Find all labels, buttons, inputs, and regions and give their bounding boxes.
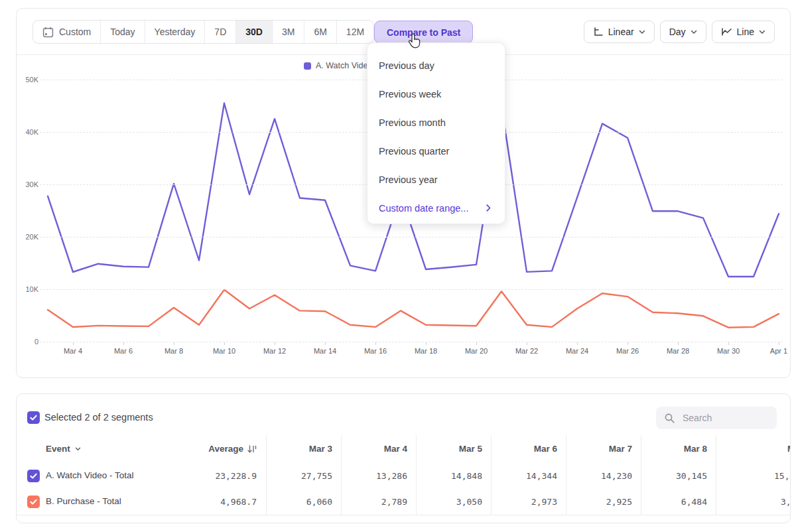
- menu-item-previous-month[interactable]: Previous month: [367, 108, 505, 137]
- scale-dropdown-button[interactable]: Linear: [584, 21, 655, 43]
- chevron-down-icon: [759, 30, 765, 34]
- cell-value: 30,145: [647, 471, 707, 481]
- menu-item-previous-year[interactable]: Previous year: [367, 165, 505, 194]
- cell-value: 14,230: [572, 471, 632, 481]
- cell-value: 14,344: [498, 471, 557, 481]
- axis-scale-icon: [593, 27, 604, 37]
- cell-value: 6,484: [647, 497, 707, 507]
- cell-value: 13,286: [348, 471, 407, 481]
- compare-to-past-button[interactable]: Compare to Past: [374, 21, 473, 44]
- date-column-header[interactable]: Mar 7: [572, 444, 632, 454]
- date-range-7d[interactable]: 7D: [204, 21, 235, 43]
- date-column-header[interactable]: Mar 3: [273, 444, 332, 454]
- table-row: A. Watch Video - Total23,228.927,75513,2…: [17, 463, 790, 489]
- chevron-down-icon: [639, 30, 645, 34]
- cell-value: 3,050: [423, 497, 482, 507]
- date-range-custom[interactable]: Custom: [33, 21, 100, 43]
- event-column-header[interactable]: Event: [46, 444, 81, 454]
- clipped-cell-value: 15,: [774, 471, 791, 481]
- chevron-right-icon: [486, 204, 491, 212]
- date-range-today[interactable]: Today: [100, 21, 144, 43]
- row-checkbox[interactable]: [27, 496, 40, 508]
- row-checkbox[interactable]: [27, 470, 40, 482]
- clipped-cell-value: 3,: [781, 497, 791, 507]
- cell-value: 2,789: [348, 497, 407, 507]
- average-value: 23,228.9: [177, 471, 257, 481]
- date-range-30d[interactable]: 30D: [235, 21, 272, 43]
- table-row: B. Purchase - Total4,968.76,0602,7893,05…: [17, 489, 790, 515]
- date-column-header[interactable]: Mar 4: [348, 444, 407, 454]
- date-column-header[interactable]: Mar 6: [498, 444, 557, 454]
- clipped-column-header: M: [787, 444, 791, 454]
- chart-type-label: Line: [737, 27, 754, 37]
- interval-dropdown-button[interactable]: Day: [660, 21, 706, 43]
- line-chart-icon: [721, 27, 732, 37]
- row-label: B. Purchase - Total: [46, 496, 121, 506]
- scale-label: Linear: [608, 27, 634, 37]
- date-column-header[interactable]: Mar 5: [423, 444, 482, 454]
- segments-table: Event Average M Mar 3Mar 4Mar 5Mar 6Mar …: [17, 394, 790, 523]
- date-range-12m[interactable]: 12M: [336, 21, 373, 43]
- cell-value: 14,848: [423, 471, 482, 481]
- chart-type-dropdown-button[interactable]: Line: [712, 21, 775, 43]
- cell-value: 2,925: [572, 497, 632, 507]
- date-range-picker: CustomTodayYesterday7D30D3M6M12M: [33, 20, 374, 44]
- cell-value: 6,060: [273, 497, 332, 507]
- menu-item-previous-quarter[interactable]: Previous quarter: [367, 137, 505, 165]
- analytics-dashboard: CustomTodayYesterday7D30D3M6M12M Compare…: [0, 0, 796, 532]
- menu-item-previous-week[interactable]: Previous week: [367, 80, 505, 108]
- interval-label: Day: [669, 27, 686, 37]
- compare-to-past-menu: Previous dayPrevious weekPrevious monthP…: [367, 42, 505, 224]
- menu-item-previous-day[interactable]: Previous day: [367, 51, 505, 80]
- segments-table-card: Selected 2 of 2 segments Event Average M…: [16, 393, 791, 523]
- row-label: A. Watch Video - Total: [46, 470, 134, 480]
- date-range-3m[interactable]: 3M: [272, 21, 304, 43]
- chevron-down-icon: [75, 447, 81, 451]
- sort-descending-icon: [247, 444, 257, 454]
- average-column-header[interactable]: Average: [177, 444, 257, 454]
- calendar-icon: [42, 27, 54, 38]
- chart-controls: Linear Day Line: [584, 21, 775, 43]
- date-range-yesterday[interactable]: Yesterday: [145, 21, 205, 43]
- cell-value: 27,755: [273, 471, 332, 481]
- average-value: 4,968.7: [177, 497, 257, 507]
- cell-value: 2,973: [498, 497, 557, 507]
- chevron-down-icon: [691, 30, 697, 34]
- date-column-header[interactable]: Mar 8: [647, 444, 707, 454]
- menu-item-custom-date-range[interactable]: Custom date range...: [367, 194, 505, 222]
- date-range-6m[interactable]: 6M: [304, 21, 336, 43]
